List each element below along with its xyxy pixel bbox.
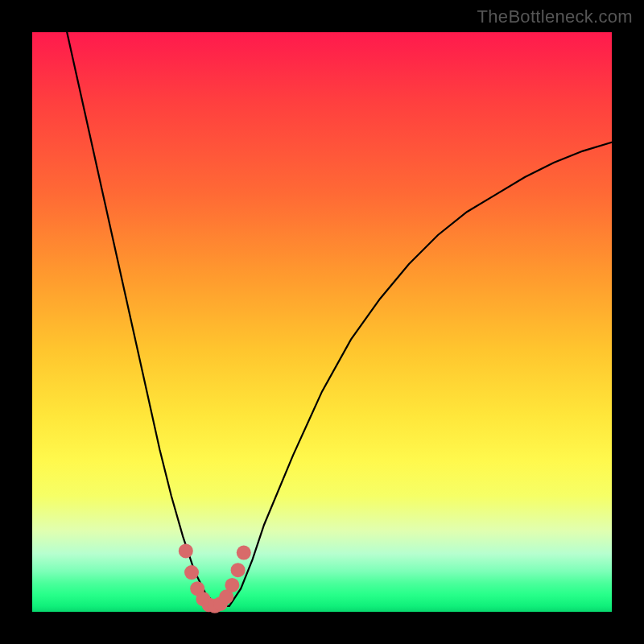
marker-dot: [179, 543, 193, 558]
marker-dot: [225, 578, 239, 592]
curve-layer: [32, 32, 612, 612]
optimal-range-markers: [179, 543, 251, 613]
chart-frame: TheBottleneck.com: [0, 0, 644, 644]
marker-dot: [231, 563, 246, 577]
bottleneck-curve: [67, 32, 612, 606]
plot-area: [32, 32, 612, 612]
marker-dot: [237, 546, 251, 560]
watermark-text: TheBottleneck.com: [477, 6, 633, 27]
marker-dot: [184, 565, 199, 580]
